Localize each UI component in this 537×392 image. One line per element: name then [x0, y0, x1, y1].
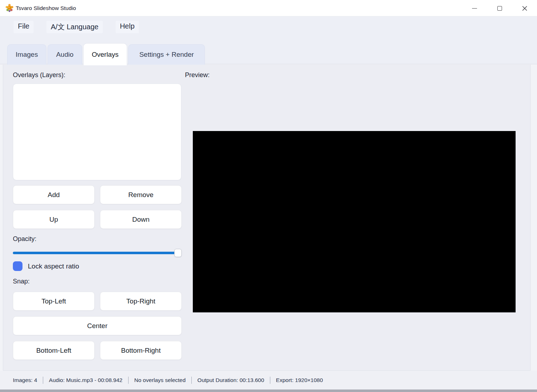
up-button[interactable]: Up — [13, 210, 95, 229]
maximize-icon — [497, 6, 502, 11]
status-overlay-selection: No overlays selected — [134, 377, 186, 383]
snap-label: Snap: — [13, 278, 30, 285]
snap-center-button[interactable]: Center — [13, 316, 182, 335]
snap-top-right-button[interactable]: Top-Right — [100, 292, 182, 311]
status-images-count: Images: 4 — [13, 377, 37, 383]
status-divider — [270, 377, 270, 384]
tab-settings-render[interactable]: Settings + Render — [128, 44, 205, 65]
snap-top-left-button[interactable]: Top-Left — [13, 292, 95, 311]
status-audio-info: Audio: Music.mp3 - 00:08.942 — [49, 377, 122, 383]
opacity-slider-track[interactable] — [13, 252, 182, 254]
app-logo-icon — [5, 4, 14, 12]
preview-label: Preview: — [185, 71, 210, 79]
window-controls — [462, 0, 537, 16]
close-icon — [522, 6, 527, 11]
menu-and-tab-strip: File A/文 Language Help Images Audio Over… — [0, 16, 537, 64]
tab-overlays[interactable]: Overlays — [83, 43, 127, 65]
minimize-button[interactable] — [462, 0, 487, 16]
status-export-resolution: Export: 1920×1080 — [276, 377, 323, 383]
status-output-duration: Output Duration: 00:13.600 — [197, 377, 264, 383]
snap-bottom-right-button[interactable]: Bottom-Right — [100, 341, 182, 360]
status-divider — [128, 377, 129, 384]
snap-bottom-left-button[interactable]: Bottom-Left — [13, 341, 95, 360]
opacity-label: Opacity: — [13, 235, 36, 243]
menu-help[interactable]: Help — [116, 21, 139, 33]
close-button[interactable] — [512, 0, 537, 16]
preview-canvas — [193, 131, 516, 312]
title-bar: Tsvaro Slideshow Studio — [0, 0, 537, 16]
opacity-slider-thumb[interactable] — [174, 249, 182, 257]
menu-file[interactable]: File — [14, 21, 34, 33]
window-bottom-edge — [0, 390, 537, 392]
minimize-icon — [472, 8, 477, 9]
overlay-layers-listbox[interactable] — [13, 84, 181, 180]
down-button[interactable]: Down — [100, 210, 182, 229]
overlays-layers-label: Overlays (Layers): — [13, 71, 65, 79]
status-divider — [191, 377, 192, 384]
add-button[interactable]: Add — [13, 185, 95, 204]
status-divider — [43, 377, 43, 384]
maximize-button[interactable] — [487, 0, 512, 16]
menu-bar: File A/文 Language Help — [14, 21, 139, 33]
tab-images[interactable]: Images — [7, 44, 46, 65]
menu-language[interactable]: A/文 Language — [46, 21, 102, 33]
window-title: Tsvaro Slideshow Studio — [16, 0, 76, 16]
tab-audio[interactable]: Audio — [47, 44, 82, 65]
lock-aspect-ratio-label: Lock aspect ratio — [28, 262, 79, 270]
lock-aspect-ratio-checkbox[interactable] — [13, 261, 22, 271]
remove-button[interactable]: Remove — [100, 185, 182, 204]
status-bar: Images: 4 Audio: Music.mp3 - 00:08.942 N… — [0, 371, 537, 390]
opacity-slider[interactable] — [13, 248, 182, 257]
